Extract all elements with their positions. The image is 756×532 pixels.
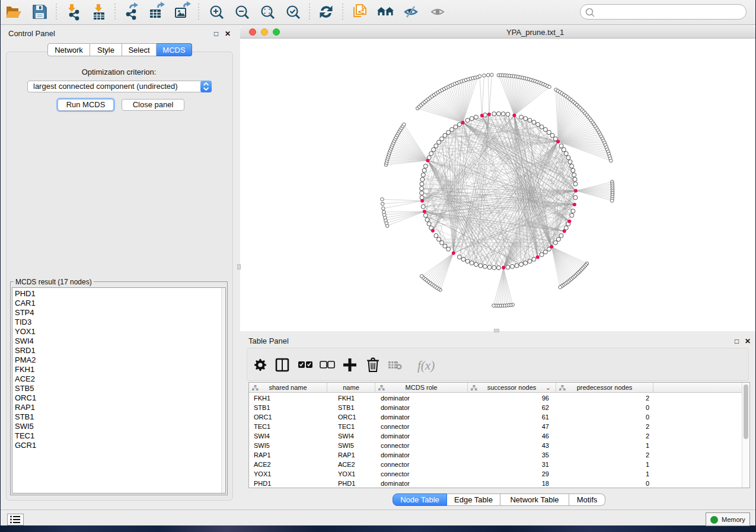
svg-text:f(x): f(x) — [417, 358, 435, 373]
